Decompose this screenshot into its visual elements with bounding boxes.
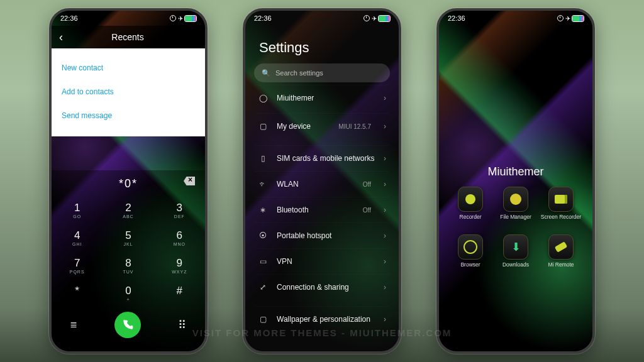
row-icon: ▭: [258, 257, 268, 266]
row-label: Connection & sharing: [277, 283, 375, 292]
chevron-right-icon: ›: [384, 180, 386, 189]
context-menu: New contact Add to contacts Send message: [52, 48, 205, 136]
status-time: 22:36: [60, 14, 78, 22]
app-label: Recorder: [460, 214, 482, 226]
app-dl[interactable]: Downloads: [493, 234, 538, 273]
key-2[interactable]: 2ABC: [103, 197, 153, 224]
alarm-icon: [170, 15, 176, 21]
chevron-right-icon: ›: [384, 283, 386, 292]
app-br[interactable]: Browser: [448, 234, 493, 273]
search-placeholder: Search settings: [275, 69, 323, 77]
app-label: File Manager: [500, 214, 531, 226]
recents-header: ‹ Recents: [52, 26, 205, 48]
app-label: Screen Recorder: [541, 214, 581, 226]
dial-display: *0*: [52, 170, 205, 197]
settings-row[interactable]: ▯SIM cards & mobile networks›: [254, 145, 390, 171]
menu-send-message[interactable]: Send message: [62, 104, 195, 128]
app-grid: RecorderFile ManagerScreen RecorderBrows…: [439, 187, 592, 273]
chevron-right-icon: ›: [384, 154, 386, 163]
backspace-icon: [184, 177, 195, 185]
settings-row-account[interactable]: ◯ Miuithemer ›: [254, 85, 390, 111]
app-rec[interactable]: Recorder: [448, 187, 493, 226]
key-7[interactable]: 7PQRS: [52, 252, 103, 280]
menu-new-contact[interactable]: New contact: [62, 56, 195, 80]
airplane-icon: ✈: [372, 15, 377, 22]
row-label: Portable hotspot: [277, 231, 375, 240]
status-bar: 22:36 ✈: [52, 11, 205, 26]
menu-button[interactable]: ≡: [70, 319, 77, 332]
settings-row[interactable]: ⦿Portable hotspot›: [254, 222, 390, 248]
app-label: Downloads: [502, 262, 529, 273]
key-5[interactable]: 5JKL: [103, 224, 153, 252]
recents-title: Recents: [69, 32, 197, 42]
app-icon: [458, 234, 483, 260]
call-button[interactable]: [114, 312, 141, 338]
alarm-icon: [557, 15, 564, 21]
dialpad-toggle-button[interactable]: ⠿: [178, 318, 186, 332]
row-icon: ⤢: [258, 283, 268, 292]
settings-title: Settings: [259, 40, 385, 56]
row-value: Off: [363, 181, 371, 188]
menu-add-to-contacts[interactable]: Add to contacts: [62, 80, 195, 104]
key-1[interactable]: 1GO: [52, 197, 103, 224]
dialer: *0* 1GO2ABC3DEF4GHI5JKL6MNO7PQRS8TUV9WXY…: [52, 170, 205, 351]
row-label: SIM cards & mobile networks: [277, 154, 375, 163]
battery-icon: [572, 16, 584, 21]
app-scr[interactable]: Screen Recorder: [538, 187, 584, 226]
settings-header: Settings: [254, 26, 390, 63]
row-icon: ▢: [258, 315, 268, 324]
keypad: 1GO2ABC3DEF4GHI5JKL6MNO7PQRS8TUV9WXYZ* 0…: [52, 197, 205, 307]
chevron-right-icon: ›: [384, 94, 386, 102]
row-value: MIUI 12.5.7: [338, 123, 371, 130]
key-*[interactable]: *: [52, 280, 103, 307]
key-9[interactable]: 9WXYZ: [154, 252, 205, 280]
airplane-icon: ✈: [565, 15, 570, 22]
status-bar: 22:36 ✈: [245, 11, 399, 26]
dial-input-value: *0*: [119, 177, 138, 190]
row-icon: ▢: [258, 122, 268, 131]
settings-row[interactable]: ▢My deviceMIUI 12.5.7›: [254, 113, 390, 139]
app-icon: [548, 187, 574, 212]
key-6[interactable]: 6MNO: [154, 224, 205, 252]
row-label: Wallpaper & personalization: [277, 315, 375, 324]
battery-icon: [379, 16, 390, 21]
chevron-right-icon: ›: [384, 257, 386, 266]
key-4[interactable]: 4GHI: [52, 224, 103, 252]
row-icon: ∗: [258, 206, 268, 214]
row-label: VPN: [277, 257, 375, 266]
avatar-icon: ◯: [258, 94, 268, 102]
row-label: Bluetooth: [277, 206, 354, 214]
settings-row[interactable]: ∗BluetoothOff›: [254, 197, 390, 222]
row-value: Off: [363, 207, 371, 214]
phone-dialer: 22:36 ✈ ‹ Recents New contact Add to con…: [49, 8, 208, 354]
chevron-right-icon: ›: [384, 206, 386, 214]
key-#[interactable]: #: [154, 280, 205, 307]
backspace-button[interactable]: [184, 177, 195, 187]
settings-row[interactable]: ᯤWLANOff›: [254, 171, 390, 197]
row-icon: ᯤ: [258, 180, 268, 189]
search-input[interactable]: 🔍 Search settings: [254, 63, 390, 82]
row-icon: ▯: [258, 154, 268, 163]
app-fm[interactable]: File Manager: [493, 187, 538, 226]
row-label: My device: [277, 122, 330, 131]
chevron-right-icon: ›: [384, 122, 386, 131]
app-rem[interactable]: Mi Remote: [538, 234, 584, 273]
battery-icon: [185, 16, 196, 21]
row-icon: ⦿: [258, 231, 268, 240]
settings-row[interactable]: ▢Wallpaper & personalization›: [254, 306, 390, 332]
row-label: WLAN: [277, 180, 354, 189]
phone-settings: 22:36 ✈ Settings 🔍 Search settings ◯: [243, 8, 401, 354]
key-0[interactable]: 0+: [103, 280, 153, 307]
app-label: Browser: [460, 262, 480, 273]
app-icon: [503, 187, 528, 212]
key-8[interactable]: 8TUV: [103, 252, 153, 280]
airplane-icon: ✈: [178, 15, 183, 22]
key-3[interactable]: 3DEF: [154, 197, 205, 224]
back-icon[interactable]: ‹: [59, 31, 63, 44]
app-icon: [458, 187, 483, 212]
status-bar: 22:36 ✈: [439, 11, 592, 26]
chevron-right-icon: ›: [384, 231, 386, 240]
settings-row[interactable]: ▭VPN›: [254, 248, 390, 274]
settings-row[interactable]: ⤢Connection & sharing›: [254, 274, 390, 300]
search-icon: 🔍: [262, 69, 270, 77]
